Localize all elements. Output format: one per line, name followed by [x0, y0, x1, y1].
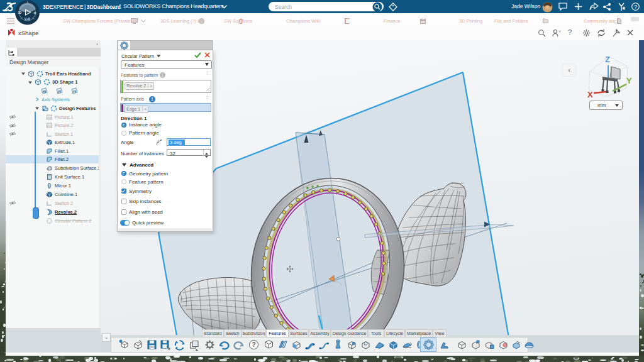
svg-text:ɰ: ɰ: [34, 11, 36, 14]
svg-text:yz: yz: [58, 89, 62, 93]
svg-text:3D: 3D: [18, 11, 23, 14]
svg-text:zx: zx: [73, 89, 77, 93]
svg-text:?: ?: [634, 4, 637, 10]
svg-text:?: ?: [252, 341, 255, 348]
svg-text:xy: xy: [43, 89, 47, 93]
svg-text:X: X: [587, 90, 593, 99]
svg-text:Z: Z: [605, 55, 610, 64]
svg-text:V+R: V+R: [25, 18, 31, 21]
svg-text:Y: Y: [626, 76, 632, 85]
